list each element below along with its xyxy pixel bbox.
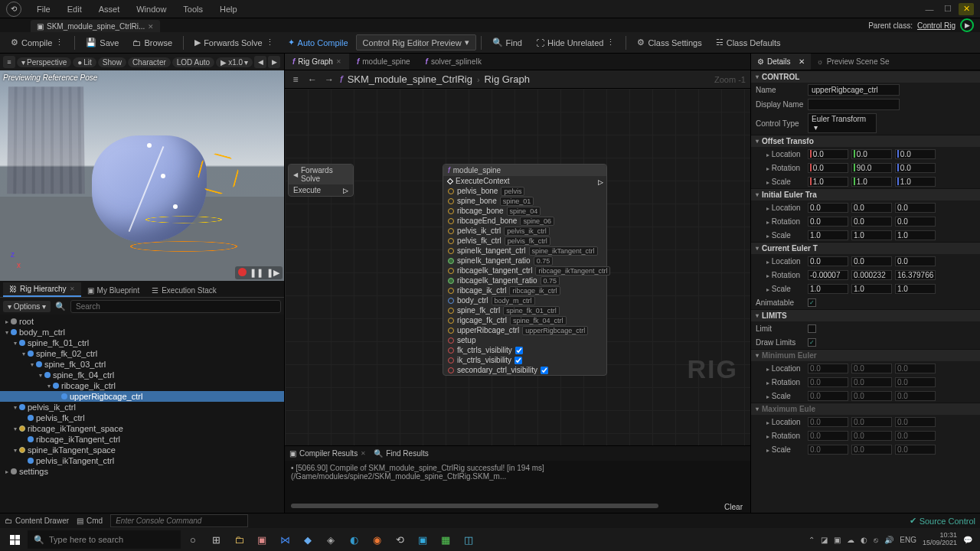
options-dropdown[interactable]: ▾ Options ▾: [3, 301, 51, 312]
port-pin[interactable]: [448, 298, 454, 304]
exec-pin[interactable]: ▷: [343, 187, 348, 194]
port-value[interactable]: upperRigbcage_ctrl: [522, 326, 588, 335]
forwards-solve-button[interactable]: ▶Forwards Solve ⋮: [188, 35, 279, 50]
compile-button[interactable]: ⚙Compile ⋮: [5, 35, 70, 50]
vec-cell[interactable]: [851, 445, 892, 455]
vec-input[interactable]: [854, 432, 890, 440]
vec-cell[interactable]: [808, 270, 848, 280]
twisty-icon[interactable]: ▾: [28, 361, 36, 368]
tray-volume-icon[interactable]: 🔊: [884, 536, 893, 544]
vec-cell[interactable]: [895, 230, 936, 240]
vec-input[interactable]: [897, 418, 933, 426]
port-secondary_ctrl_visibility[interactable]: secondary_ctrl_visibility: [443, 365, 606, 375]
port-pin[interactable]: [448, 248, 454, 254]
port-value[interactable]: spine_01: [500, 197, 534, 206]
console-input[interactable]: [110, 514, 248, 527]
vec-input[interactable]: [810, 231, 846, 240]
draw-limits-checkbox[interactable]: ✓: [808, 338, 816, 347]
port-pin[interactable]: [448, 288, 454, 294]
vec-input[interactable]: [854, 418, 890, 426]
category-header[interactable]: ▾LIMITS: [751, 309, 980, 321]
tray-notifications-icon[interactable]: 💬: [963, 536, 972, 544]
port-ExecuteContext[interactable]: ExecuteContext: [443, 176, 606, 186]
breadcrumb-menu[interactable]: ≡: [289, 74, 302, 85]
vec-cell[interactable]: [895, 391, 936, 401]
category-header[interactable]: ▾Minimum Euler: [751, 349, 980, 361]
vec-input[interactable]: [810, 285, 846, 293]
vec-cell[interactable]: [895, 270, 936, 280]
vec-input[interactable]: [854, 364, 890, 373]
preview-mode-select[interactable]: Control Rig Editor Preview ▾: [356, 34, 476, 51]
port-pelvis_ik_ctrl[interactable]: pelvis_ik_ctrlpelvis_ik_ctrl: [443, 226, 606, 236]
viewport-nav-left[interactable]: ◀: [254, 56, 266, 68]
twisty-icon[interactable]: ▸: [3, 468, 11, 475]
tree-item-pelvis_ik_ctrl[interactable]: ▾pelvis_ik_ctrl: [0, 402, 284, 412]
category-header[interactable]: ▾CONTROL: [751, 70, 980, 83]
port-ribcage_bone[interactable]: ribcage_bonespine_04: [443, 206, 606, 216]
port-rigcage_fk_ctrl[interactable]: rigcage_fk_ctrlspine_fk_04_ctrl: [443, 315, 606, 325]
tray-icon[interactable]: ◐: [861, 536, 867, 544]
vec-input[interactable]: [854, 217, 890, 226]
breadcrumb-asset[interactable]: SKM_module_spine_CtrlRig: [348, 73, 472, 85]
vec-cell[interactable]: [895, 364, 936, 373]
task-unreal[interactable]: ⟲: [389, 529, 410, 550]
tree-item-root[interactable]: ▸root: [0, 316, 284, 327]
vec-input[interactable]: [900, 164, 933, 172]
system-tray[interactable]: ⌃ ◪ ▣ ☁ ◐ ⎋ 🔊 ENG 10:3115/09/2021 💬: [808, 532, 977, 547]
graph-canvas[interactable]: RIG ◀Forwards Solve Execute▷ fmodule_spi…: [285, 89, 750, 445]
vec-cell[interactable]: [895, 431, 936, 441]
port-upperRibcage_ctrl[interactable]: upperRibcage_ctrlupperRigbcage_ctrl: [443, 325, 606, 335]
task-app6[interactable]: ◫: [458, 529, 479, 550]
graph-tab[interactable]: fsolver_splineIk: [418, 54, 490, 70]
twisty-icon[interactable]: ▾: [11, 425, 19, 432]
twisty-icon[interactable]: ▾: [3, 329, 11, 336]
port-pin[interactable]: [448, 318, 454, 324]
port-spine_fk_ctrl[interactable]: spine_fk_ctrlspine_fk_01_ctrl: [443, 305, 606, 315]
task-app4[interactable]: ▣: [412, 529, 433, 550]
twisty-icon[interactable]: ▾: [11, 340, 19, 347]
tree-item-settings[interactable]: ▸settings: [0, 466, 284, 477]
taskbar-clock[interactable]: 10:3115/09/2021: [923, 532, 957, 547]
browse-button[interactable]: 🗀Browse: [126, 36, 178, 50]
task-cortana[interactable]: ○: [182, 529, 204, 550]
vec-input[interactable]: [810, 445, 846, 454]
vec-cell[interactable]: [851, 163, 892, 173]
tab-preview-scene[interactable]: ☼Preview Scene Se: [811, 54, 896, 70]
port-pin[interactable]: [447, 178, 453, 184]
port-value[interactable]: pelvis_ik_ctrl: [504, 227, 550, 236]
vec-input[interactable]: [900, 150, 933, 158]
port-value[interactable]: 0.75: [541, 276, 560, 285]
tree-item-ribcage_ikTangent_space[interactable]: ▾ribcage_ikTangent_space: [0, 423, 284, 434]
vec-input[interactable]: [897, 392, 933, 400]
port-pin[interactable]: [448, 228, 454, 234]
tree-item-ribcage_ik_ctrl[interactable]: ▾ribcage_ik_ctrl: [0, 380, 284, 391]
node-forwards-solve[interactable]: ◀Forwards Solve Execute▷: [288, 164, 354, 197]
vec-cell[interactable]: [851, 284, 892, 294]
vec-input[interactable]: [897, 378, 933, 386]
vec-cell[interactable]: [808, 431, 848, 441]
viewport-nav-right[interactable]: ▶: [268, 56, 280, 68]
hierarchy-search[interactable]: [70, 300, 281, 313]
tree-item-spine_ikTangent_space[interactable]: ▾spine_ikTangent_space: [0, 445, 284, 455]
vec-cell[interactable]: [895, 217, 936, 227]
vec-input[interactable]: [813, 178, 846, 186]
category-header[interactable]: ▾Maximum Eule: [751, 403, 980, 415]
port-value[interactable]: spine_ikTangent_ctrl: [529, 246, 598, 256]
content-drawer-button[interactable]: 🗀 Content Drawer: [5, 517, 69, 525]
port-value[interactable]: ribcage_ik_ctrl: [509, 286, 560, 295]
vec-input[interactable]: [854, 231, 890, 240]
pause-button[interactable]: ❚❚: [250, 268, 263, 278]
display-name-input[interactable]: [808, 99, 900, 110]
vec-cell[interactable]: [808, 445, 848, 455]
character-button[interactable]: Character: [128, 57, 171, 67]
details-body[interactable]: ▾CONTROLNameDisplay NameControl TypeEule…: [751, 70, 980, 514]
task-app3[interactable]: ◈: [320, 529, 341, 550]
vec-input[interactable]: [897, 364, 933, 373]
vec-input[interactable]: [810, 217, 846, 226]
tray-icon[interactable]: ⎋: [874, 536, 878, 544]
port-checkbox[interactable]: [514, 357, 522, 364]
hide-unrelated-button[interactable]: ⛶Hide Unrelated ⋮: [530, 35, 621, 50]
category-header[interactable]: ▾Initial Euler Tra: [751, 188, 980, 201]
port-value[interactable]: spine_04: [507, 207, 541, 216]
vec-input[interactable]: [813, 164, 846, 172]
